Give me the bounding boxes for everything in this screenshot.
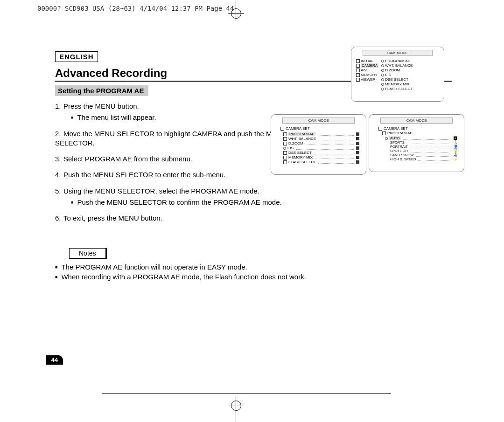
step-3-text: Select PROGRAM AE from the submenu.: [63, 155, 192, 163]
s3-item-2: PORTRAIT: [390, 145, 408, 149]
sports-icon: 🏃: [454, 140, 457, 145]
screen2-title: CAM MODE: [282, 118, 355, 124]
screen1-title: CAM MODE: [363, 50, 433, 56]
s3-item-1: SPORTS: [390, 140, 405, 145]
print-header: 00000? SCD903 USA (28~63) 4/14/04 12:37 …: [37, 5, 234, 12]
s3-group: PROGRAM AE: [387, 131, 413, 135]
s3-header: CAMERA SET: [384, 126, 408, 131]
value-icon: [356, 160, 359, 164]
s1-left-1: CAMERA: [361, 63, 378, 68]
camera-screen-3: CAM MODE CAMERA SET PROGRAM AE AUTO🅰 SPO…: [369, 114, 464, 172]
s2-item-3: EIS: [287, 146, 294, 150]
s3-item-3: SPOTLIGHT: [390, 149, 410, 153]
highspeed-icon: ⚡: [454, 157, 457, 161]
spotlight-icon: 💡: [454, 149, 457, 153]
step-6: 6.To exit, press the MENU button.: [55, 214, 452, 223]
cropmark-horizontal-bottom: [228, 406, 244, 406]
value-icon: [356, 151, 359, 154]
step-2-text: Move the MENU SELECTOR to highlight CAME…: [55, 130, 287, 147]
value-icon: [356, 142, 359, 145]
s1-right-1: WHT. BALANCE: [385, 63, 413, 68]
s2-item-1: WHT. BALANCE: [288, 137, 316, 141]
step-5: 5.Using the MENU SELECTOR, select the PR…: [55, 187, 288, 208]
value-icon: [356, 132, 359, 136]
s2-item-0: PROGRAM AE: [288, 132, 315, 136]
sand-snow-icon: 🏖: [454, 153, 457, 157]
footer-rule: [102, 393, 391, 394]
s2-item-6: FLASH SELECT: [288, 160, 316, 164]
section-subtitle: Setting the PROGRAM AE: [55, 85, 148, 96]
s1-right-4: DSE SELECT: [385, 77, 408, 82]
language-box: ENGLISH: [55, 51, 98, 62]
s1-left-4: VIEWER: [361, 77, 376, 82]
step-5-sub: Push the MENU SELECTOR to confirm the PR…: [71, 198, 288, 207]
s1-right-6: FLASH SELECT: [385, 87, 413, 91]
step-4-text: Push the MENU SELECTOR to enter the sub-…: [63, 171, 225, 179]
page-number: 44: [46, 355, 63, 365]
note-1: The PROGRAM AE function will not operate…: [55, 263, 452, 271]
cropmark-horizontal-top: [228, 13, 244, 14]
s1-right-0: PROGRAM AE: [385, 59, 410, 63]
value-icon: [356, 156, 359, 159]
s3-item-4: SAND / SNOW: [390, 153, 413, 157]
s1-left-3: MEMORY: [361, 73, 378, 77]
value-icon: [356, 137, 359, 140]
step-1-text: Press the MENU button.: [63, 102, 139, 110]
screen3-title: CAM MODE: [380, 118, 453, 124]
s3-item-5: HIGH S. SPEED: [390, 157, 416, 161]
s1-right-5: MEMORY MIX: [385, 82, 409, 86]
s2-header: CAMERA SET: [286, 126, 310, 131]
s1-right-3: EIS: [385, 73, 391, 77]
s3-item-0: AUTO: [389, 136, 401, 140]
s2-item-2: D.ZOOM: [288, 141, 303, 145]
camera-screen-2: CAM MODE CAMERA SET PROGRAM AE WHT. BALA…: [271, 114, 366, 175]
s1-left-0: INITIAL: [361, 59, 373, 63]
portrait-icon: 👤: [454, 145, 457, 149]
cropmark-circle-top: [231, 8, 241, 19]
s2-item-5: MEMORY MIX: [288, 155, 313, 159]
step-5-text: Using the MENU SELECTOR, select the PROG…: [63, 187, 259, 195]
note-2: When recording with a PROGRAM AE mode, t…: [55, 273, 452, 281]
notes-list: The PROGRAM AE function will not operate…: [55, 263, 452, 281]
camera-screen-1: CAM MODE INITIAL CAMERA A/V MEMORY VIEWE…: [351, 47, 444, 102]
value-icon: [356, 146, 359, 150]
notes-label: Notes: [69, 248, 107, 259]
s1-right-2: D.ZOOM: [385, 68, 400, 72]
auto-icon: 🅰: [454, 136, 457, 140]
s2-item-4: DSE SELECT: [288, 151, 312, 155]
s1-left-2: A/V: [361, 68, 367, 72]
step-6-text: To exit, press the MENU button.: [63, 214, 162, 222]
